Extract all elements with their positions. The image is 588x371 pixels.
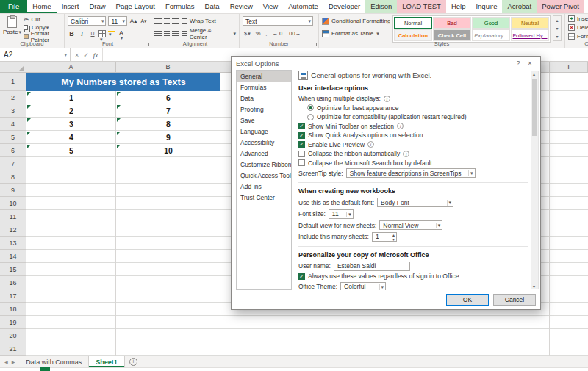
grid-row[interactable] bbox=[26, 329, 588, 342]
row-header[interactable]: 5 bbox=[0, 131, 26, 144]
cell-a4[interactable]: 3 bbox=[26, 118, 116, 131]
grow-font-icon[interactable] bbox=[129, 17, 137, 26]
tab-edison[interactable]: Edison bbox=[365, 0, 397, 13]
cell-b3[interactable]: 7 bbox=[116, 104, 220, 118]
align-right-icon[interactable] bbox=[172, 31, 179, 37]
tab-page-layout[interactable]: Page Layout bbox=[111, 0, 160, 13]
checkbox-quick-analysis[interactable] bbox=[298, 132, 305, 139]
tab-automate[interactable]: Automate bbox=[283, 0, 323, 13]
screentip-style-select[interactable]: Show feature descriptions in ScreenTips bbox=[346, 168, 476, 178]
nav-customize-ribbon[interactable]: Customize Ribbon bbox=[237, 159, 291, 170]
nav-proofing[interactable]: Proofing bbox=[237, 104, 291, 115]
row-header[interactable]: 19 bbox=[0, 316, 26, 329]
paste-button[interactable]: Paste bbox=[3, 15, 21, 40]
clipboard-dialog-launcher-icon[interactable] bbox=[59, 43, 62, 46]
nav-general[interactable]: General bbox=[237, 71, 291, 82]
nav-data[interactable]: Data bbox=[237, 93, 291, 104]
column-header-b[interactable]: B bbox=[116, 62, 220, 72]
checkbox-collapse-search[interactable] bbox=[298, 159, 305, 166]
cell-a2[interactable]: 1 bbox=[26, 91, 116, 104]
nav-accessibility[interactable]: Accessibility bbox=[237, 137, 291, 148]
cell-style-normal[interactable]: Normal bbox=[394, 17, 432, 29]
row-header[interactable]: 20 bbox=[0, 329, 26, 342]
sheet-nav-right-icon[interactable]: ▶ bbox=[12, 359, 15, 364]
dialog-close-icon[interactable]: × bbox=[524, 60, 536, 67]
cell-style-check-cell[interactable]: Check Cell bbox=[433, 29, 471, 41]
align-middle-icon[interactable] bbox=[164, 18, 170, 24]
comma-style-icon[interactable]: , bbox=[264, 29, 268, 38]
tab-developer[interactable]: Developer bbox=[323, 0, 365, 13]
tab-draw[interactable]: Draw bbox=[84, 0, 110, 13]
cell-a5[interactable]: 4 bbox=[26, 131, 116, 144]
row-header[interactable]: 6 bbox=[0, 144, 26, 157]
name-box[interactable]: A2 bbox=[0, 48, 71, 61]
gallery-down-icon[interactable]: ▾ bbox=[553, 24, 561, 32]
increase-decimal-icon[interactable]: ←.0 bbox=[270, 29, 284, 38]
cell-b4[interactable]: 8 bbox=[116, 118, 220, 131]
row-header[interactable]: 2 bbox=[0, 91, 26, 104]
gallery-more-icon[interactable]: ▾ bbox=[553, 32, 561, 40]
row-header[interactable]: 17 bbox=[0, 289, 26, 303]
font-size-option-select[interactable]: 11 bbox=[329, 209, 354, 219]
row-header[interactable]: 16 bbox=[0, 276, 26, 289]
insert-cells-button[interactable]: Insert bbox=[568, 15, 588, 23]
nav-formulas[interactable]: Formulas bbox=[237, 82, 291, 93]
row-header[interactable]: 3 bbox=[0, 104, 26, 118]
cancel-entry-icon[interactable]: × bbox=[75, 51, 79, 59]
dialog-help-icon[interactable]: ? bbox=[512, 60, 524, 67]
merge-center-button[interactable]: Merge & Center bbox=[182, 29, 236, 37]
tab-formulas[interactable]: Formulas bbox=[160, 0, 200, 13]
new-sheet-icon[interactable]: + bbox=[129, 358, 137, 366]
cell-style-followed-hyperlink[interactable]: Followed Hy... bbox=[511, 29, 549, 41]
row-header[interactable]: 12 bbox=[0, 223, 26, 237]
default-view-select[interactable]: Normal View bbox=[379, 220, 442, 230]
underline-button[interactable] bbox=[88, 29, 96, 38]
checkbox-mini-toolbar[interactable] bbox=[298, 123, 305, 129]
borders-icon[interactable] bbox=[98, 30, 106, 37]
row-header[interactable]: 9 bbox=[0, 184, 26, 197]
nav-add-ins[interactable]: Add-ins bbox=[237, 181, 291, 192]
cell-style-bad[interactable]: Bad bbox=[433, 17, 471, 29]
checkbox-live-preview[interactable] bbox=[298, 141, 305, 148]
dialog-scrollbar[interactable] bbox=[531, 71, 539, 289]
font-color-icon[interactable] bbox=[118, 30, 125, 37]
align-left-icon[interactable] bbox=[154, 31, 162, 37]
row-header[interactable]: 11 bbox=[0, 210, 26, 223]
nav-save[interactable]: Save bbox=[237, 115, 291, 126]
tab-file[interactable]: File bbox=[0, 0, 27, 13]
office-theme-select[interactable]: Colorful bbox=[340, 282, 386, 291]
sheet-nav-left-icon[interactable]: ◀ bbox=[4, 359, 8, 364]
grid-row[interactable] bbox=[26, 342, 588, 356]
tab-inquire[interactable]: Inquire bbox=[470, 0, 502, 13]
gallery-up-icon[interactable]: ▴ bbox=[553, 16, 561, 24]
user-name-input[interactable]: Esteban Saldi bbox=[334, 262, 410, 271]
tab-team[interactable]: TEAM bbox=[584, 0, 588, 13]
tab-power-pivot[interactable]: Power Pivot bbox=[537, 0, 584, 13]
checkbox-collapse-ribbon[interactable] bbox=[298, 151, 305, 157]
decrease-decimal-icon[interactable]: .00→ bbox=[286, 29, 302, 38]
font-dialog-launcher-icon[interactable] bbox=[146, 43, 149, 46]
cell-b5[interactable]: 9 bbox=[116, 131, 220, 144]
grid-row[interactable] bbox=[26, 316, 588, 329]
align-center-icon[interactable] bbox=[164, 31, 170, 37]
row-header[interactable]: 21 bbox=[0, 342, 26, 356]
cell-b2[interactable]: 6 bbox=[116, 91, 220, 104]
italic-button[interactable] bbox=[78, 29, 86, 38]
cell-style-good[interactable]: Good bbox=[472, 17, 510, 29]
format-as-table-button[interactable]: Format as Table bbox=[322, 28, 390, 39]
scrollbar-thumb[interactable] bbox=[532, 79, 537, 136]
cell-style-calculation[interactable]: Calculation bbox=[394, 29, 432, 41]
ok-button[interactable]: OK bbox=[446, 294, 489, 306]
cell-title-a1[interactable]: My Numbers stored as Texts bbox=[26, 73, 220, 91]
row-header[interactable]: 1 bbox=[0, 73, 26, 91]
shrink-font-icon[interactable] bbox=[140, 17, 148, 26]
row-header[interactable]: 14 bbox=[0, 250, 26, 263]
sheet-tab-data-with-commas[interactable]: Data with Commas bbox=[19, 356, 89, 367]
font-size-select[interactable]: 11 bbox=[108, 16, 127, 26]
alignment-dialog-launcher-icon[interactable] bbox=[234, 43, 237, 46]
row-header[interactable]: 7 bbox=[0, 157, 26, 170]
radio-best-appearance[interactable] bbox=[307, 104, 314, 111]
tab-view[interactable]: View bbox=[258, 0, 283, 13]
tab-insert[interactable]: Insert bbox=[57, 0, 85, 13]
nav-language[interactable]: Language bbox=[237, 126, 291, 137]
